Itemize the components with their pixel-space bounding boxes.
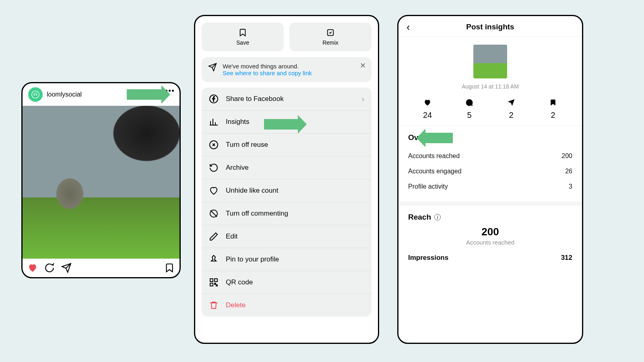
trash-icon bbox=[209, 300, 219, 310]
annotation-arrow bbox=[425, 133, 453, 143]
annotation-arrow bbox=[127, 89, 162, 100]
menu-item-turn-off-commenting[interactable]: Turn off commenting bbox=[202, 202, 372, 225]
bookmark-icon bbox=[549, 99, 557, 107]
svg-rect-8 bbox=[215, 279, 217, 282]
page-title: Post insights bbox=[466, 23, 514, 31]
menu-item-share-facebook[interactable]: Share to Facebook › bbox=[202, 88, 372, 111]
comment-icon[interactable] bbox=[44, 263, 55, 273]
engagement-stats-row: 24 5 2 2 bbox=[398, 90, 582, 126]
post-action-sheet: Save Remix We've moved things around. Se… bbox=[194, 15, 379, 344]
bookmark-icon bbox=[238, 28, 247, 37]
archive-icon bbox=[209, 163, 219, 173]
saves-count: 2 bbox=[532, 111, 574, 120]
notice-link[interactable]: See where to share and copy link bbox=[223, 70, 312, 76]
pin-icon bbox=[209, 255, 219, 264]
save-button[interactable]: Save bbox=[202, 23, 284, 51]
menu-item-pin[interactable]: Pin to your profile bbox=[202, 248, 372, 271]
heart-icon[interactable] bbox=[27, 263, 38, 273]
post-image[interactable] bbox=[23, 106, 180, 259]
insights-icon bbox=[209, 117, 219, 127]
menu-item-delete[interactable]: Delete bbox=[202, 294, 372, 317]
menu-item-unhide-likes[interactable]: Unhide like count bbox=[202, 179, 372, 202]
heart-icon bbox=[209, 186, 219, 195]
post-timestamp: August 14 at 11:18 AM bbox=[398, 83, 582, 90]
bookmark-icon[interactable] bbox=[164, 263, 175, 273]
post-insights-panel: ‹ Post insights August 14 at 11:18 AM 24… bbox=[397, 15, 583, 344]
qr-icon bbox=[209, 278, 219, 287]
svg-rect-7 bbox=[210, 279, 213, 282]
info-icon[interactable]: i bbox=[434, 214, 441, 220]
shares-count: 2 bbox=[490, 111, 532, 120]
reach-number: 200 bbox=[408, 226, 572, 238]
notice-banner: We've moved things around. See where to … bbox=[202, 57, 372, 82]
share-icon[interactable] bbox=[61, 263, 72, 273]
pencil-icon bbox=[209, 232, 219, 241]
likes-count: 24 bbox=[407, 111, 448, 120]
menu-item-turn-off-reuse[interactable]: Turn off reuse bbox=[202, 134, 372, 156]
facebook-icon bbox=[209, 94, 219, 104]
back-button[interactable]: ‹ bbox=[407, 21, 410, 33]
svg-point-0 bbox=[32, 91, 39, 98]
send-icon bbox=[208, 63, 217, 72]
reach-section: Reach i 200 Accounts reached bbox=[398, 206, 582, 250]
menu-item-qr[interactable]: QR code bbox=[202, 271, 372, 294]
menu-item-edit[interactable]: Edit bbox=[202, 225, 372, 248]
comments-count: 5 bbox=[448, 111, 490, 120]
chevron-right-icon: › bbox=[362, 95, 364, 103]
post-thumbnail bbox=[473, 45, 507, 78]
annotation-arrow bbox=[264, 119, 299, 130]
username[interactable]: loomlysocial bbox=[47, 91, 82, 98]
remix-button[interactable]: Remix bbox=[289, 23, 372, 51]
share-icon bbox=[507, 99, 515, 107]
svg-rect-9 bbox=[210, 283, 213, 286]
heart-icon bbox=[423, 99, 431, 107]
x-circle-icon bbox=[209, 140, 219, 150]
remix-icon bbox=[326, 28, 335, 37]
menu-item-archive[interactable]: Archive bbox=[202, 156, 372, 179]
instagram-post-card: loomlysocial bbox=[21, 82, 181, 278]
close-icon[interactable]: ✕ bbox=[360, 61, 366, 70]
impressions-row: Impressions 312 bbox=[398, 250, 582, 262]
svg-point-1 bbox=[34, 95, 35, 95]
comment-icon bbox=[465, 99, 473, 107]
avatar[interactable] bbox=[28, 87, 43, 102]
svg-point-2 bbox=[36, 95, 37, 95]
comment-off-icon bbox=[209, 209, 219, 218]
